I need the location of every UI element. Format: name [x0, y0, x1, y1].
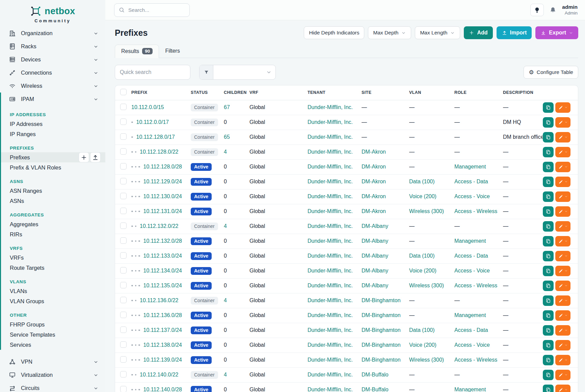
role-link[interactable]: Access - Voice [454, 342, 490, 348]
row-checkbox[interactable] [120, 252, 127, 259]
children-count[interactable]: 67 [224, 104, 230, 110]
tenant-link[interactable]: Dunder-Mifflin, Inc. [308, 238, 353, 244]
prefix-link[interactable]: 10.112.131.0/24 [143, 208, 182, 214]
edit-dropdown-button[interactable] [555, 132, 570, 142]
row-checkbox[interactable] [120, 297, 127, 303]
tenant-link[interactable]: Dunder-Mifflin, Inc. [308, 283, 353, 288]
edit-dropdown-button[interactable] [555, 191, 570, 202]
site-link[interactable]: DM-Albany [362, 268, 388, 273]
tenant-link[interactable]: Dunder-Mifflin, Inc. [308, 134, 353, 140]
clone-button[interactable] [543, 355, 554, 365]
clone-button[interactable] [543, 221, 554, 232]
edit-dropdown-button[interactable] [555, 236, 570, 246]
prefix-link[interactable]: 10.112.136.0/22 [140, 297, 178, 303]
vlan-link[interactable]: Voice (200) [409, 268, 436, 273]
edit-dropdown-button[interactable] [555, 147, 570, 157]
sidebar-item-devices[interactable]: Devices [0, 53, 105, 66]
tenant-link[interactable]: Dunder-Mifflin, Inc. [308, 253, 353, 259]
sidebar-item-organization[interactable]: Organization [0, 27, 105, 40]
site-link[interactable]: DM-Akron [362, 149, 386, 155]
edit-dropdown-button[interactable] [555, 251, 570, 261]
tenant-link[interactable]: Dunder-Mifflin, Inc. [308, 387, 353, 392]
role-link[interactable]: Access - Wireless [454, 283, 497, 288]
row-checkbox[interactable] [120, 386, 127, 392]
sidebar-item-asns[interactable]: ASNs [1, 196, 105, 206]
vlan-link[interactable]: Voice (200) [409, 193, 436, 199]
role-link[interactable]: Access - Wireless [454, 208, 497, 214]
theme-toggle-button[interactable] [530, 4, 544, 16]
sidebar-item-connections[interactable]: Connections [0, 66, 105, 79]
tenant-link[interactable]: Dunder-Mifflin, Inc. [308, 342, 353, 348]
clone-button[interactable] [543, 236, 554, 246]
clone-button[interactable] [543, 281, 554, 291]
tenant-link[interactable]: Dunder-Mifflin, Inc. [308, 208, 353, 214]
global-search[interactable] [114, 3, 190, 17]
site-link[interactable]: DM-Albany [362, 283, 388, 288]
clone-button[interactable] [543, 177, 554, 187]
sidebar-item-route-targets[interactable]: Route Targets [1, 263, 105, 273]
role-link[interactable]: Management [454, 387, 486, 392]
site-link[interactable]: DM-Akron [362, 164, 386, 169]
tenant-link[interactable]: Dunder-Mifflin, Inc. [308, 268, 353, 273]
row-checkbox[interactable] [120, 326, 127, 333]
role-link[interactable]: Access - Voice [454, 193, 490, 199]
row-checkbox[interactable] [120, 237, 127, 244]
sidebar-item-aggregates[interactable]: Aggregates [1, 219, 105, 229]
role-link[interactable]: Access - Voice [454, 268, 490, 273]
export-dropdown-button[interactable]: Export [535, 26, 578, 39]
clone-button[interactable] [543, 102, 554, 113]
row-checkbox[interactable] [120, 223, 127, 229]
sidebar-item-virtualization[interactable]: Virtualization [0, 368, 105, 382]
edit-dropdown-button[interactable] [555, 266, 570, 276]
sidebar-item-vlans[interactable]: VLANs [1, 286, 105, 296]
sidebar-item-wireless[interactable]: Wireless [0, 79, 105, 93]
row-checkbox[interactable] [120, 104, 127, 110]
row-checkbox[interactable] [120, 193, 127, 199]
prefix-link[interactable]: 10.112.133.0/24 [143, 253, 182, 259]
vlan-link[interactable]: Wireless (300) [409, 208, 444, 214]
role-link[interactable]: Management [454, 238, 486, 244]
clone-button[interactable] [543, 206, 554, 217]
tenant-link[interactable]: Dunder-Mifflin, Inc. [308, 164, 353, 169]
role-link[interactable]: Management [454, 164, 486, 169]
edit-dropdown-button[interactable] [555, 295, 570, 306]
row-checkbox[interactable] [120, 133, 127, 140]
site-link[interactable]: DM-Binghamton [362, 327, 401, 333]
prefix-link[interactable]: 10.112.137.0/24 [143, 327, 182, 333]
clone-button[interactable] [543, 295, 554, 306]
vlan-link[interactable]: Wireless (300) [409, 283, 444, 288]
role-link[interactable]: Access - Data [454, 179, 488, 184]
column-header-role[interactable]: ROLE [454, 85, 503, 100]
quick-search-input[interactable] [115, 65, 190, 80]
row-checkbox[interactable] [120, 163, 127, 169]
prefix-link[interactable]: 10.112.136.0/28 [143, 312, 182, 318]
tenant-link[interactable]: Dunder-Mifflin, Inc. [308, 223, 353, 229]
column-header-site[interactable]: SITE [362, 85, 409, 100]
site-link[interactable]: DM-Binghamton [362, 312, 401, 318]
prefix-link[interactable]: 10.112.132.0/22 [140, 223, 178, 229]
edit-dropdown-button[interactable] [555, 310, 570, 321]
max-depth-dropdown[interactable]: Max Depth [368, 26, 411, 39]
prefix-link[interactable]: 10.112.140.0/28 [143, 387, 182, 392]
import-mini-button[interactable] [90, 152, 101, 162]
add-button[interactable]: Add [464, 26, 493, 39]
row-checkbox[interactable] [120, 267, 127, 273]
tab-results[interactable]: Results 90 [115, 45, 159, 58]
site-link[interactable]: DM-Binghamton [362, 297, 401, 303]
filter-funnel-button[interactable] [200, 65, 213, 79]
sidebar-item-services[interactable]: Services [1, 340, 105, 350]
sidebar-item-ip-addresses[interactable]: IP Addresses [1, 119, 105, 129]
prefix-link[interactable]: 10.112.128.0/22 [140, 149, 178, 155]
edit-dropdown-button[interactable] [555, 281, 570, 291]
sidebar-item-vrfs[interactable]: VRFs [1, 253, 105, 263]
edit-dropdown-button[interactable] [555, 117, 570, 128]
site-link[interactable]: DM-Binghamton [362, 342, 401, 348]
vlan-link[interactable]: Data (100) [409, 253, 435, 259]
edit-dropdown-button[interactable] [555, 162, 570, 172]
prefix-link[interactable]: 10.112.0.0/15 [131, 104, 164, 110]
sidebar-item-vpn[interactable]: VPN [0, 355, 105, 368]
hide-depth-indicators-button[interactable]: Hide Depth Indicators [304, 26, 364, 39]
prefix-link[interactable]: 10.112.0.0/17 [136, 119, 169, 125]
tab-filters[interactable]: Filters [159, 45, 186, 58]
sidebar-item-ipam[interactable]: IPAM [1, 93, 105, 106]
